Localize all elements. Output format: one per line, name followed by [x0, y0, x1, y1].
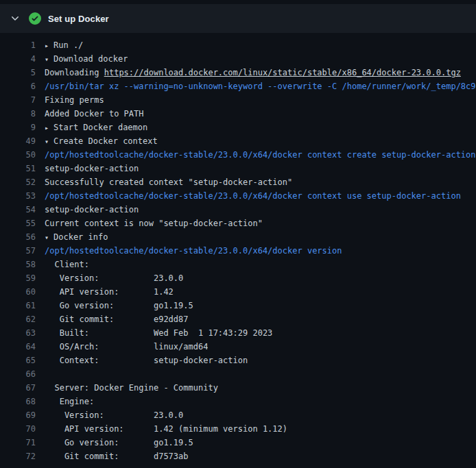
- log-text: Version: 23.0.0: [45, 273, 183, 283]
- line-number[interactable]: 66: [0, 367, 36, 381]
- line-content: Version: 23.0.0: [36, 408, 183, 422]
- line-content: Added Docker to PATH: [36, 107, 144, 121]
- line-content: OS/Arch: linux/amd64: [36, 340, 208, 354]
- log-text: Download docker: [53, 54, 128, 64]
- log-text: Go version: go1.19.5: [45, 438, 193, 447]
- log-command-text: /opt/hostedtoolcache/docker-stable/23.0.…: [45, 150, 476, 160]
- line-number[interactable]: 59: [0, 271, 36, 285]
- line-number[interactable]: 68: [0, 395, 36, 408]
- line-number[interactable]: 7: [0, 93, 36, 107]
- step-title: Set up Docker: [48, 14, 109, 24]
- line-content: Go version: go1.19.5: [36, 299, 193, 312]
- line-number[interactable]: 9: [0, 121, 36, 134]
- log-line: 72 Git commit: d7573ab: [0, 449, 476, 463]
- line-number[interactable]: 5: [0, 66, 36, 79]
- log-text: Git commit: e92dd87: [45, 315, 189, 324]
- log-text: setup-docker-action: [45, 164, 139, 173]
- log-text: Successfully created context "setup-dock…: [45, 177, 292, 187]
- line-number[interactable]: 8: [0, 107, 36, 121]
- line-content: Go version: go1.19.5: [36, 436, 193, 449]
- line-content: Client:: [36, 258, 89, 271]
- line-number[interactable]: 6: [0, 79, 36, 93]
- group-expanded-icon[interactable]: ▾: [45, 135, 53, 148]
- line-number[interactable]: 64: [0, 340, 36, 354]
- log-text: Server: Docker Engine - Community: [45, 383, 218, 393]
- log-command-text: /usr/bin/tar xz --warning=no-unknown-key…: [45, 82, 476, 91]
- log-text: Current context is now "setup-docker-act…: [45, 219, 263, 228]
- log-line: 6/usr/bin/tar xz --warning=no-unknown-ke…: [0, 79, 476, 93]
- log-text: OS/Arch: linux/amd64: [45, 342, 208, 352]
- log-line: 62 Git commit: e92dd87: [0, 312, 476, 326]
- log-text: Version: 23.0.0: [45, 410, 183, 420]
- log-line: 9▸Start Docker daemon: [0, 121, 476, 134]
- log-line: 64 OS/Arch: linux/amd64: [0, 340, 476, 354]
- line-number[interactable]: 4: [0, 52, 36, 66]
- log-line: 66: [0, 367, 476, 381]
- line-number[interactable]: 60: [0, 285, 36, 299]
- line-number[interactable]: 52: [0, 175, 36, 189]
- line-number[interactable]: 56: [0, 230, 36, 244]
- log-text: setup-docker-action: [45, 205, 139, 214]
- line-number[interactable]: 65: [0, 354, 36, 367]
- log-command-text: /opt/hostedtoolcache/docker-stable/23.0.…: [45, 191, 461, 201]
- line-number[interactable]: 61: [0, 299, 36, 312]
- line-number[interactable]: 55: [0, 217, 36, 230]
- line-number[interactable]: 70: [0, 422, 36, 436]
- line-number[interactable]: 1: [0, 38, 36, 52]
- log-command-text: /opt/hostedtoolcache/docker-stable/23.0.…: [45, 246, 342, 256]
- line-number[interactable]: 49: [0, 134, 36, 148]
- log-line: 56▾Docker info: [0, 230, 476, 244]
- line-number[interactable]: 72: [0, 449, 36, 463]
- log-text: Git commit: d7573ab: [45, 452, 189, 461]
- step-header[interactable]: Set up Docker: [0, 4, 476, 33]
- log-area: 1▸Run ./4▾Download docker5Downloading ht…: [0, 33, 476, 468]
- line-content: Version: 23.0.0: [36, 271, 183, 285]
- line-number[interactable]: 69: [0, 408, 36, 422]
- log-text: Built: Wed Feb 1 17:43:29 2023: [45, 328, 272, 338]
- log-line: 63 Built: Wed Feb 1 17:43:29 2023: [0, 326, 476, 340]
- line-content: Successfully created context "setup-dock…: [36, 175, 292, 189]
- line-content: ▸Run ./: [36, 38, 83, 52]
- line-number[interactable]: 57: [0, 244, 36, 258]
- log-line: 69 Version: 23.0.0: [0, 408, 476, 422]
- log-text: Docker info: [53, 232, 108, 242]
- line-number[interactable]: 51: [0, 162, 36, 175]
- line-number[interactable]: 71: [0, 436, 36, 449]
- line-content: ▾Create Docker context: [36, 134, 158, 148]
- group-collapsed-icon[interactable]: ▸: [45, 39, 53, 52]
- group-expanded-icon[interactable]: ▾: [45, 231, 53, 244]
- line-content: Engine:: [36, 395, 94, 408]
- line-content: ▾Docker info: [36, 230, 108, 244]
- line-content: API version: 1.42 (minimum version 1.12): [36, 422, 287, 436]
- line-number[interactable]: 62: [0, 312, 36, 326]
- log-line: 51setup-docker-action: [0, 162, 476, 175]
- line-number[interactable]: 54: [0, 203, 36, 217]
- log-line: 50/opt/hostedtoolcache/docker-stable/23.…: [0, 148, 476, 162]
- group-collapsed-icon[interactable]: ▸: [45, 121, 53, 134]
- log-text: Added Docker to PATH: [45, 109, 144, 119]
- line-number[interactable]: 67: [0, 381, 36, 395]
- log-text: API version: 1.42: [45, 287, 174, 297]
- log-line: 57/opt/hostedtoolcache/docker-stable/23.…: [0, 244, 476, 258]
- log-text: Create Docker context: [53, 136, 158, 146]
- line-content: Context: setup-docker-action: [36, 354, 248, 367]
- log-text: Client:: [45, 260, 89, 269]
- line-number[interactable]: 50: [0, 148, 36, 162]
- chevron-down-icon[interactable]: [10, 13, 21, 24]
- line-content: Built: Wed Feb 1 17:43:29 2023: [36, 326, 272, 340]
- line-number[interactable]: 53: [0, 189, 36, 203]
- log-text: API version: 1.42 (minimum version 1.12): [45, 424, 287, 434]
- log-line: 52Successfully created context "setup-do…: [0, 175, 476, 189]
- group-expanded-icon[interactable]: ▾: [45, 53, 53, 66]
- line-number[interactable]: 58: [0, 258, 36, 271]
- log-line: 53/opt/hostedtoolcache/docker-stable/23.…: [0, 189, 476, 203]
- success-check-icon: [29, 12, 41, 25]
- log-line: 71 Go version: go1.19.5: [0, 436, 476, 449]
- line-number[interactable]: 63: [0, 326, 36, 340]
- line-content: /opt/hostedtoolcache/docker-stable/23.0.…: [36, 244, 342, 258]
- log-text: Engine:: [45, 397, 94, 406]
- log-link[interactable]: https://download.docker.com/linux/static…: [104, 68, 461, 77]
- log-text: Start Docker daemon: [53, 123, 147, 132]
- line-content: ▾Download docker: [36, 52, 128, 66]
- line-content: /usr/bin/tar xz --warning=no-unknown-key…: [36, 79, 476, 93]
